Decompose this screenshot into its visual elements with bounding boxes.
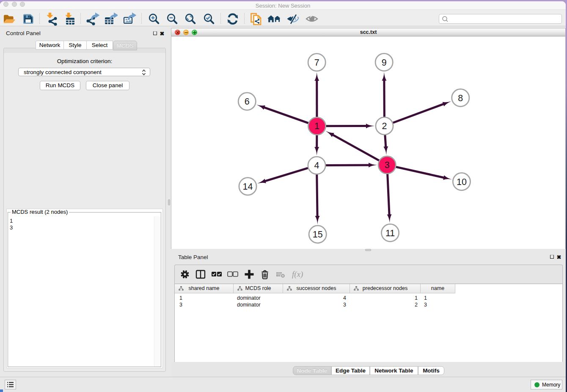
- svg-text:7: 7: [314, 58, 319, 68]
- svg-text:11: 11: [385, 228, 395, 238]
- svg-text:f(x): f(x): [292, 270, 303, 279]
- svg-text:1: 1: [314, 121, 319, 131]
- svg-text:6: 6: [245, 97, 250, 107]
- svg-text:15: 15: [313, 229, 323, 240]
- svg-text:4: 4: [314, 160, 319, 171]
- svg-text:9: 9: [382, 58, 387, 68]
- svg-text:3: 3: [385, 160, 390, 170]
- svg-text:10: 10: [457, 177, 467, 187]
- svg-text:14: 14: [243, 182, 253, 192]
- svg-text:2: 2: [382, 121, 387, 131]
- svg-text:8: 8: [458, 93, 463, 103]
